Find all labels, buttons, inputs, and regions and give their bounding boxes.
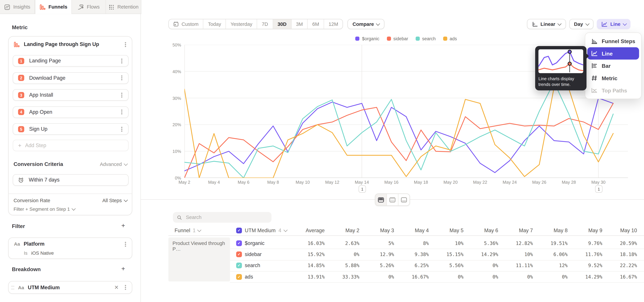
- funnel-col-count: 1: [193, 228, 196, 233]
- kebab-menu-icon[interactable]: [125, 44, 126, 45]
- legend-item[interactable]: ads: [443, 36, 457, 41]
- menu-item-funnel-steps[interactable]: Funnel Steps: [587, 35, 639, 47]
- metric-card: Landing Page through Sign Up 1Landing Pa…: [8, 36, 132, 216]
- series-line-search: [184, 82, 613, 178]
- series-name-cell: ✓ads: [230, 274, 290, 280]
- filter-card[interactable]: Aa Platform Is iOS Native: [8, 238, 132, 259]
- day-column-header[interactable]: May 4: [394, 228, 429, 233]
- funnel-step[interactable]: 5Sign Up: [13, 123, 129, 135]
- tab-funnels[interactable]: Funnels: [35, 0, 72, 14]
- add-step-button[interactable]: + Add Step: [13, 140, 129, 151]
- chart-type-button[interactable]: Line: [597, 19, 630, 29]
- layout-split-horizontal-button[interactable]: [375, 194, 387, 206]
- range-label: Custom: [182, 21, 198, 27]
- drag-handle-icon[interactable]: [11, 286, 14, 289]
- kebab-menu-icon[interactable]: [121, 128, 122, 130]
- add-filter-button[interactable]: +: [120, 222, 126, 229]
- breakdown-card[interactable]: Aa UTM Medium ✕: [8, 281, 132, 294]
- menu-item-metric[interactable]: Metric: [587, 72, 639, 84]
- funnel-header[interactable]: Landing Page through Sign Up: [14, 40, 129, 48]
- kebab-menu-icon[interactable]: [125, 244, 126, 244]
- kebab-menu-icon[interactable]: [121, 112, 122, 112]
- metric-heading: Metric: [12, 24, 28, 30]
- filter-operator[interactable]: Is: [24, 251, 28, 256]
- select-all-checkbox[interactable]: ✓: [236, 228, 242, 233]
- breakdown-column-header[interactable]: ✓ UTM Medium 4: [230, 228, 290, 233]
- annotation-badge[interactable]: 1: [595, 185, 602, 192]
- date-toolbar: CustomTodayYesterday7D30D3M6M12M Compare: [168, 19, 384, 29]
- conversion-window-card[interactable]: Within 7 days: [13, 174, 129, 186]
- tab-flows[interactable]: Flows: [72, 0, 106, 14]
- funnel-step[interactable]: 3App Install: [13, 89, 129, 101]
- series-name-cell: ✓sidebar: [230, 252, 290, 257]
- average-column-header[interactable]: Average: [290, 228, 325, 233]
- scale-button[interactable]: Linear: [527, 19, 566, 29]
- series-line-organic: [184, 98, 613, 172]
- series-name: ads: [245, 274, 253, 280]
- day-column-header[interactable]: May 9: [568, 228, 602, 233]
- range-12m[interactable]: 12M: [324, 19, 343, 29]
- filter-segment-dropdown[interactable]: Filter + Segment on Step 1: [14, 207, 75, 212]
- funnel-column-header[interactable]: Funnel 1: [168, 228, 230, 233]
- value-cell: 11.76%: [568, 252, 602, 257]
- annotation-badge[interactable]: 1: [358, 185, 366, 192]
- close-icon[interactable]: ✕: [114, 285, 119, 290]
- value-cell: 8%: [394, 240, 429, 246]
- series-checkbox[interactable]: ✓: [236, 252, 242, 257]
- insights-icon: [4, 4, 10, 10]
- value-cell: 16.67%: [602, 274, 637, 280]
- funnel-group-cell[interactable]: Product Viewed through P…: [168, 238, 230, 282]
- day-column-header[interactable]: May 8: [533, 228, 568, 233]
- funnel-step[interactable]: 4App Open: [13, 106, 129, 118]
- all-steps-dropdown[interactable]: All Steps: [102, 198, 127, 203]
- value-cell: 14.29%: [568, 274, 602, 280]
- metric-icon: [591, 75, 598, 81]
- compare-button[interactable]: Compare: [348, 19, 384, 29]
- range-3m[interactable]: 3M: [292, 19, 308, 29]
- day-column-header[interactable]: May 5: [429, 228, 464, 233]
- value-cell: 15.15%: [429, 252, 464, 257]
- menu-item-top-paths: Top Paths: [587, 84, 639, 96]
- add-breakdown-button[interactable]: +: [120, 266, 126, 272]
- advanced-dropdown[interactable]: Advanced: [100, 161, 127, 167]
- legend-item[interactable]: search: [416, 36, 436, 41]
- tab-retention[interactable]: Retention: [106, 0, 141, 14]
- day-column-header[interactable]: May 10: [602, 228, 637, 233]
- funnel-step[interactable]: 1Landing Page: [13, 55, 129, 66]
- legend-item[interactable]: sidebar: [387, 36, 408, 41]
- funnel-step[interactable]: 2Download Page: [13, 72, 129, 84]
- range-custom[interactable]: Custom: [169, 19, 204, 29]
- breakdown-col-count: 4: [278, 228, 281, 233]
- filter-value[interactable]: iOS Native: [31, 251, 54, 256]
- retention-icon: [108, 4, 114, 10]
- menu-item-bar[interactable]: Bar: [587, 60, 639, 72]
- tab-insights[interactable]: Insights: [0, 0, 35, 14]
- kebab-menu-icon[interactable]: [121, 60, 122, 62]
- filter-heading: Filter: [12, 223, 25, 229]
- range-30d[interactable]: 30D: [273, 19, 292, 29]
- table-row: ✓sidebar15.92%0%12.9%9.38%15.15%14.29%10…: [230, 249, 644, 260]
- day-column-header[interactable]: May 7: [498, 228, 533, 233]
- range-today[interactable]: Today: [204, 19, 226, 29]
- range-yesterday[interactable]: Yesterday: [226, 19, 257, 29]
- kebab-menu-icon[interactable]: [125, 287, 126, 288]
- chevron-down-icon: [585, 22, 589, 25]
- chevron-down-icon: [284, 228, 288, 232]
- granularity-button[interactable]: Day: [569, 19, 594, 29]
- range-6m[interactable]: 6M: [308, 19, 324, 29]
- menu-item-line[interactable]: Line: [587, 47, 639, 60]
- series-checkbox[interactable]: ✓: [236, 274, 242, 280]
- legend-item[interactable]: $organic: [356, 36, 380, 41]
- day-column-header[interactable]: May 3: [360, 228, 394, 233]
- kebab-menu-icon[interactable]: [121, 94, 122, 96]
- layout-bottom-dock-button[interactable]: [398, 194, 410, 206]
- chart-type-menu: Funnel StepsLineBarMetricTop Paths: [585, 32, 642, 99]
- search-input[interactable]: [185, 214, 268, 221]
- series-checkbox[interactable]: ✓: [236, 240, 242, 246]
- layout-split-vertical-button[interactable]: [387, 194, 398, 206]
- day-column-header[interactable]: May 2: [325, 228, 360, 233]
- range-7d[interactable]: 7D: [257, 19, 273, 29]
- kebab-menu-icon[interactable]: [121, 77, 122, 78]
- series-checkbox[interactable]: ✓: [236, 262, 242, 268]
- day-column-header[interactable]: May 6: [464, 228, 498, 233]
